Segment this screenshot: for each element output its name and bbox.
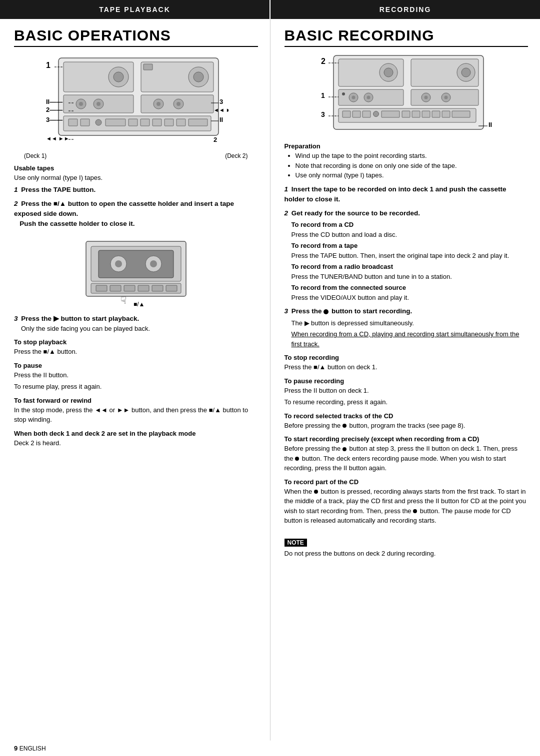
svg-rect-55 — [138, 285, 149, 291]
svg-text:II——: II—— — [46, 98, 62, 105]
right-step-1: 1 Insert the tape to be recorded on into… — [284, 184, 528, 205]
usable-tapes-heading: Usable tapes — [14, 164, 258, 172]
svg-point-10 — [79, 102, 83, 106]
svg-point-75 — [424, 96, 428, 99]
recording-label: RECORDING — [380, 5, 432, 13]
svg-point-71 — [367, 96, 370, 99]
svg-text:◄◄ ►►: ◄◄ ►► — [46, 135, 70, 141]
left-step-1-text: 1 Press the TAPE button. — [14, 186, 96, 193]
right-step-3-subitems: The ▶ button is depressed simultaneously… — [292, 318, 528, 349]
deck-labels: (Deck 1) (Deck 2) — [14, 152, 258, 159]
record-button-symbol — [324, 309, 328, 314]
left-step-2-text: 2 Press the ■/▲ button to open the casse… — [14, 200, 234, 228]
svg-point-72 — [342, 92, 345, 95]
preparation-section: Preparation Wind up the tape to the poin… — [284, 142, 528, 180]
right-step-2: 2 Get ready for the source to be recorde… — [284, 208, 528, 302]
svg-text:1: 1 — [321, 91, 325, 99]
svg-rect-87 — [432, 111, 440, 117]
svg-rect-85 — [412, 111, 420, 117]
right-column: BASIC RECORDING — [270, 19, 540, 741]
svg-rect-23 — [128, 119, 138, 126]
record-part-section: To record part of the CD When the button… — [284, 478, 528, 526]
note-section: NOTE Do not press the buttons on deck 2 … — [284, 533, 528, 559]
pause-recording-heading: To pause recording — [284, 377, 528, 385]
right-step-1-text: 1 Insert the tape to be recorded on into… — [284, 185, 506, 203]
svg-text:◄◄ ►►: ◄◄ ►► — [214, 107, 228, 113]
svg-rect-53 — [110, 285, 121, 291]
svg-rect-19 — [68, 119, 78, 126]
svg-rect-52 — [96, 285, 107, 291]
record-from-radio: To record from a radio broadcast Press t… — [292, 262, 528, 281]
deck1-label: (Deck 1) — [24, 152, 46, 159]
usable-tapes-body: Use only normal (type I) tapes. — [14, 173, 258, 183]
right-section-title: BASIC RECORDING — [284, 27, 528, 47]
header-left-label: TAPE PLAYBACK — [0, 0, 270, 19]
svg-point-12 — [96, 102, 100, 106]
page-header: TAPE PLAYBACK RECORDING — [0, 0, 540, 19]
svg-rect-86 — [422, 111, 430, 117]
page-container: TAPE PLAYBACK RECORDING BASIC OPERATIONS — [0, 0, 540, 756]
svg-rect-89 — [452, 111, 470, 117]
svg-rect-79 — [342, 111, 350, 117]
svg-rect-24 — [140, 119, 150, 126]
svg-rect-22 — [106, 119, 126, 126]
svg-text:1: 1 — [46, 61, 50, 69]
right-device-diagram: 2 1 3 II — [284, 53, 528, 135]
fast-forward-heading: To fast forward or rewind — [14, 397, 258, 404]
pause-body1: Press the II button. — [14, 370, 258, 380]
pause-recording-section: To pause recording Press the II button o… — [284, 377, 528, 407]
right-step-3-text: 3 Press the button to start recording. — [284, 307, 412, 315]
svg-rect-7 — [144, 64, 152, 70]
record-selected-tracks-section: To record selected tracks of the CD Befo… — [284, 412, 528, 431]
svg-rect-88 — [442, 111, 450, 117]
left-device-svg: 1 II—— 2—— 3—— 3 ◄◄ ►► — [44, 53, 228, 145]
svg-rect-46 — [98, 250, 174, 278]
record-part-body: When the button is pressed, recording al… — [284, 487, 528, 526]
svg-point-50 — [150, 260, 157, 267]
svg-point-15 — [156, 102, 160, 106]
record-from-cd: To record from a CD Press the CD button … — [292, 220, 528, 239]
preparation-heading: Preparation — [284, 142, 528, 150]
play-depressed: The ▶ button is depressed simultaneously… — [292, 318, 528, 328]
svg-rect-20 — [80, 119, 90, 126]
right-device-svg: 2 1 3 II — [318, 53, 494, 135]
record-from-connected: To record from the connected source Pres… — [292, 283, 528, 302]
note-body: Do not press the buttons on deck 2 durin… — [284, 549, 528, 559]
left-step-3-text: 3 Press the ▶ button to start playback. — [14, 315, 139, 322]
svg-point-48 — [115, 260, 122, 267]
deck2-label: (Deck 2) — [225, 152, 248, 159]
left-step-2: 2 Press the ■/▲ button to open the casse… — [14, 199, 258, 229]
stop-recording-heading: To stop recording — [284, 354, 528, 361]
stop-recording-body: Press the ■/▲ button on deck 1. — [284, 362, 528, 372]
start-precisely-heading: To start recording precisely (except whe… — [284, 435, 528, 443]
left-step-3-sub: Only the side facing you can be played b… — [21, 325, 150, 332]
page-footer: 9 ENGLISH — [0, 741, 540, 756]
english-label: ENGLISH — [20, 745, 46, 752]
note-label: NOTE — [284, 539, 307, 547]
svg-text:II: II — [488, 121, 492, 128]
svg-rect-56 — [152, 285, 163, 291]
left-device-diagram: 1 II—— 2—— 3—— 3 ◄◄ ►► — [14, 53, 258, 145]
svg-point-3 — [114, 72, 124, 82]
fast-forward-body: In the stop mode, press the ◄◄ or ►► but… — [14, 405, 258, 425]
svg-point-17 — [176, 102, 180, 106]
recording-from-cd-note: When recording from a CD, playing and re… — [292, 329, 528, 349]
main-columns: BASIC OPERATIONS — [0, 19, 540, 741]
pause-recording-body1: Press the II button on deck 1. — [284, 386, 528, 396]
svg-rect-28 — [188, 119, 208, 126]
svg-rect-57 — [166, 285, 177, 291]
left-section-title: BASIC OPERATIONS — [14, 27, 258, 47]
record-selected-body: Before pressing the button, program the … — [284, 421, 528, 431]
left-column: BASIC OPERATIONS — [0, 19, 270, 741]
svg-rect-81 — [362, 111, 370, 117]
record-part-heading: To record part of the CD — [284, 478, 528, 486]
preparation-list: Wind up the tape to the point recording … — [288, 151, 528, 180]
left-step-3: 3 Press the ▶ button to start playback. … — [14, 314, 258, 334]
svg-text:■/▲: ■/▲ — [134, 301, 144, 308]
svg-text:3: 3 — [321, 110, 325, 118]
stop-playback-heading: To stop playback — [14, 338, 258, 346]
svg-rect-27 — [176, 119, 186, 126]
svg-rect-83 — [382, 111, 400, 117]
svg-text:2: 2 — [321, 57, 326, 65]
pause-section: To pause Press the II button. To resume … — [14, 362, 258, 392]
